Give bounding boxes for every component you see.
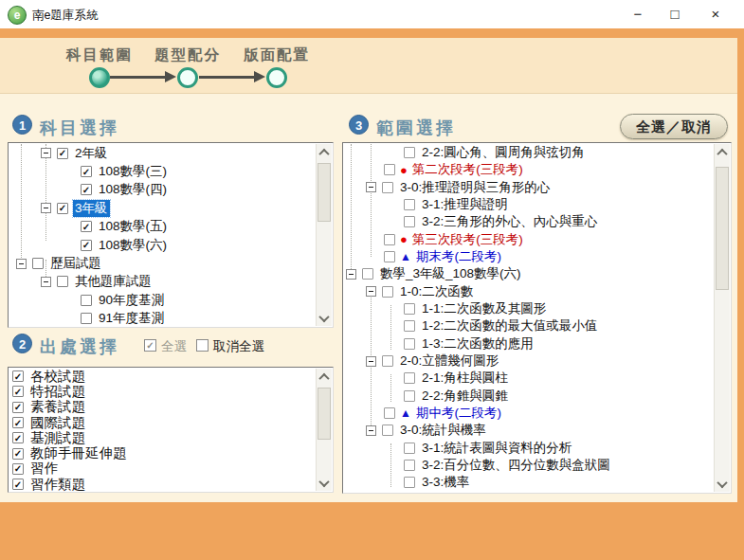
checkbox[interactable] [57,276,68,287]
scroll-up-icon[interactable] [715,144,730,160]
checkbox[interactable]: ✓ [12,479,24,490]
tree-item[interactable]: 2-2:角錐與圓錐 [343,388,714,405]
minimize-button[interactable]: − [624,2,652,27]
checkbox[interactable]: ✓ [12,417,24,428]
checkbox[interactable] [404,147,415,158]
tree-item[interactable]: 3-1:推理與證明 [343,196,714,213]
tree-item-label[interactable]: 3-2:三角形的外心、內心與重心 [420,213,599,230]
source-list-item[interactable]: ✓習作 [9,461,316,477]
expand-collapse-icon[interactable] [366,356,376,367]
tree-item-label[interactable]: 期中考(二段考) [414,405,503,422]
checkbox[interactable]: ✓ [12,463,24,475]
tree-item[interactable]: 3-2:百分位數、四分位數與盒狀圖 [343,457,714,474]
tree-item-label[interactable]: 108數學(五) [97,218,169,235]
tree-item[interactable]: 1-2:二次函數的最大值或最小值 [343,317,714,334]
checkbox[interactable]: ✓ [12,432,24,443]
checkbox[interactable] [81,313,92,324]
step-circle-2[interactable] [177,67,198,88]
deselect-all-checkbox[interactable] [196,339,209,352]
checkbox[interactable] [384,407,395,419]
tree-item[interactable]: 1-1:二次函數及其圖形 [343,300,714,317]
select-all-checkbox[interactable]: ✓ [144,339,156,352]
subject-tree-scrollbar[interactable] [316,144,332,326]
tree-item[interactable]: ●第二次段考(三段考) [343,161,714,178]
close-button[interactable]: × [701,2,730,27]
tree-item[interactable]: 3-3:機率 [343,474,714,491]
expand-collapse-icon[interactable] [41,148,51,158]
checkbox[interactable] [384,234,395,245]
expand-collapse-icon[interactable] [366,425,376,436]
tree-item[interactable]: 3-1:統計表圖與資料的分析 [343,440,714,457]
tree-item-label[interactable]: 3-3:機率 [420,474,471,491]
tree-item[interactable]: ▲期末考(二段考) [343,248,714,265]
tree-item-label[interactable]: 其他題庫試題 [73,273,154,290]
checkbox[interactable] [404,338,415,350]
tree-item-label[interactable]: 1-2:二次函數的最大值或最小值 [420,317,599,334]
expand-collapse-icon[interactable] [41,203,51,213]
checkbox[interactable] [404,390,415,402]
tree-item[interactable]: 91年度基測 [9,310,316,328]
tree-item-label[interactable]: 3-1:統計表圖與資料的分析 [420,440,573,457]
tree-item[interactable]: 3-2:三角形的外心、內心與重心 [343,213,714,230]
expand-collapse-icon[interactable] [366,286,376,297]
tree-item[interactable]: 3-0:推理證明與三角形的心 [343,179,714,196]
source-list-item[interactable]: ✓教師手冊延伸題 [9,445,316,461]
source-list-scrollbar[interactable] [316,369,332,491]
tree-item[interactable]: 90年度基測 [9,291,316,309]
checkbox[interactable]: ✓ [12,402,24,413]
scrollbar-thumb[interactable] [318,163,331,222]
tree-item-label[interactable]: 108數學(四) [97,181,169,198]
tree-item-label[interactable]: 2-1:角柱與圓柱 [420,370,510,387]
checkbox[interactable]: ✓ [12,370,24,382]
scroll-up-icon[interactable] [317,369,332,385]
checkbox[interactable]: ✓ [57,203,68,214]
scroll-down-icon[interactable] [715,476,730,492]
select-all-toggle-button[interactable]: 全選／取消 [620,114,728,139]
checkbox[interactable]: ✓ [81,240,92,251]
tree-item-label[interactable]: 3-0:推理證明與三角形的心 [398,179,552,196]
tree-item-label[interactable]: 91年度基測 [97,310,166,327]
tree-item[interactable]: ✓3年級 [9,199,316,217]
scroll-up-icon[interactable] [317,144,332,160]
tree-item[interactable]: 1-0:二次函數 [343,283,714,300]
tree-item-label[interactable]: 2-2:角錐與圓錐 [420,388,510,405]
scroll-down-icon[interactable] [317,310,332,326]
tree-item[interactable]: 1-3:二次函數的應用 [343,335,714,352]
tree-item[interactable]: 其他題庫試題 [9,273,316,291]
scrollbar-thumb[interactable] [318,388,331,440]
checkbox[interactable] [404,477,415,488]
tree-item-label[interactable]: 期末考(二段考) [414,248,503,265]
source-list-item[interactable]: ✓習作類題 [9,477,316,492]
checkbox[interactable] [404,372,415,384]
checkbox[interactable] [404,443,415,454]
tree-item-label[interactable]: 第三次段考(三段考) [410,231,525,248]
tree-item-label[interactable]: 3-0:統計與機率 [398,422,488,439]
checkbox[interactable] [404,460,415,471]
tree-item[interactable]: 2-0:立體幾何圖形 [343,352,714,370]
tree-item-label[interactable]: 1-0:二次函數 [398,283,475,300]
tree-item[interactable]: 歷屆試題 [9,254,316,272]
source-list-item[interactable]: ✓基測試題 [9,430,316,445]
maximize-button[interactable]: □ [661,2,689,27]
checkbox[interactable] [404,199,415,210]
checkbox[interactable]: ✓ [12,448,24,460]
source-list-item[interactable]: ✓國際試題 [9,415,316,430]
tree-item-label[interactable]: 歷屆試題 [48,255,103,272]
step-circle-1[interactable] [89,67,110,88]
checkbox[interactable] [32,258,44,269]
tree-item[interactable]: ✓108數學(五) [9,218,316,236]
tree-item-label[interactable]: 3-1:推理與證明 [420,196,510,213]
checkbox[interactable] [404,303,415,315]
tree-item-label[interactable]: 1-3:二次函數的應用 [420,335,535,352]
tree-item[interactable]: 2-2:圓心角、圓周角與弦切角 [343,144,714,161]
tree-item-label[interactable]: 第二次段考(三段考) [410,161,525,178]
expand-collapse-icon[interactable] [346,269,356,280]
checkbox[interactable]: ✓ [57,148,68,159]
checkbox[interactable] [404,320,415,332]
tree-item-label[interactable]: 3年級 [73,200,110,217]
tree-item[interactable]: ✓108數學(四) [9,181,316,199]
scrollbar-thumb[interactable] [716,167,729,290]
range-tree-scrollbar[interactable] [714,144,730,492]
checkbox[interactable] [384,251,395,262]
checkbox[interactable]: ✓ [81,166,92,177]
